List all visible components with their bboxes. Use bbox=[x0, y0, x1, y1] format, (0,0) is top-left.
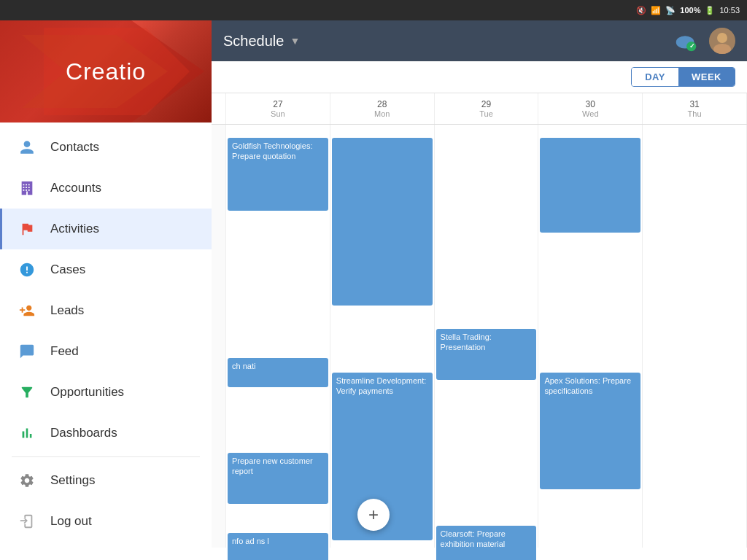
calendar: 27 Sun 28 Mon 29 Tue 30 Wed 31 Thu bbox=[212, 93, 747, 560]
feed-label: Feed bbox=[50, 344, 79, 359]
chevron-down-icon: ▼ bbox=[290, 35, 300, 47]
signal-icon: 📡 bbox=[665, 6, 676, 15]
logo: Creatio bbox=[66, 58, 146, 85]
person-icon bbox=[17, 137, 37, 158]
wifi-icon: 📶 bbox=[651, 6, 661, 15]
day-header-1: 28 Mon bbox=[330, 93, 435, 124]
settings-label: Settings bbox=[50, 473, 95, 488]
nav-items: Contacts Accounts Activities bbox=[0, 122, 212, 560]
sidebar: Creatio Contacts Accounts bbox=[0, 20, 212, 560]
sidebar-item-activities[interactable]: Activities bbox=[0, 209, 212, 249]
calendar-event[interactable]: Clearsoft: Prepare exhibition material bbox=[436, 526, 537, 560]
contacts-label: Contacts bbox=[50, 140, 99, 155]
gear-icon bbox=[17, 470, 37, 491]
week-view-button[interactable]: WEEK bbox=[678, 68, 735, 86]
add-button[interactable]: + bbox=[357, 499, 390, 531]
activities-label: Activities bbox=[50, 222, 99, 236]
avatar[interactable] bbox=[709, 28, 735, 54]
schedule-label: Schedule bbox=[223, 33, 284, 50]
day-num-1: 28 bbox=[330, 99, 434, 109]
calendar-event[interactable]: Goldfish Technologies: Prepare quotation bbox=[228, 138, 328, 211]
dashboards-label: Dashboards bbox=[50, 426, 117, 440]
sidebar-item-logout[interactable]: Log out bbox=[0, 501, 212, 542]
day-name-4: Thu bbox=[643, 109, 746, 118]
day-name-1: Mon bbox=[330, 109, 434, 118]
clock: 10:53 bbox=[719, 6, 740, 15]
battery-level: 100% bbox=[680, 6, 700, 15]
day-header-4: 31 Thu bbox=[643, 93, 747, 124]
chat-icon bbox=[17, 341, 37, 362]
day-header-3: 30 Wed bbox=[538, 93, 643, 124]
sidebar-item-accounts[interactable]: Accounts bbox=[0, 168, 212, 209]
day-col-2: Stella Trading: PresentationClearsoft: P… bbox=[435, 125, 539, 548]
schedule-title[interactable]: Schedule ▼ bbox=[223, 33, 300, 50]
person-add-icon bbox=[17, 300, 37, 321]
calendar-event[interactable] bbox=[332, 138, 433, 306]
sidebar-item-dashboards[interactable]: Dashboards bbox=[0, 413, 212, 454]
logout-icon bbox=[17, 511, 37, 532]
building-icon bbox=[17, 178, 37, 198]
exclamation-icon bbox=[17, 260, 37, 280]
day-name-3: Wed bbox=[538, 109, 642, 118]
cloud-sync-icon[interactable]: ✓ bbox=[673, 27, 700, 55]
chart-icon bbox=[17, 423, 37, 443]
logout-label: Log out bbox=[50, 514, 92, 529]
calendar-event[interactable] bbox=[540, 138, 640, 233]
funnel-icon bbox=[17, 382, 37, 402]
gutter-header bbox=[212, 93, 226, 124]
status-bar: 🔇 📶 📡 100% 🔋 10:53 bbox=[0, 0, 747, 20]
sidebar-item-settings[interactable]: Settings bbox=[0, 460, 212, 501]
main-content: Schedule ▼ ✓ bbox=[212, 20, 747, 560]
day-num-3: 30 bbox=[538, 99, 642, 109]
day-view-button[interactable]: DAY bbox=[632, 68, 678, 86]
cases-label: Cases bbox=[50, 262, 85, 277]
day-col-4: Customer search bbox=[643, 125, 747, 548]
flag-icon bbox=[17, 219, 37, 239]
leads-label: Leads bbox=[50, 303, 84, 318]
day-col-1: Streamline Development: Verify payments bbox=[330, 125, 435, 548]
svg-point-7 bbox=[717, 33, 727, 43]
svg-text:✓: ✓ bbox=[689, 42, 695, 50]
day-num-0: 27 bbox=[226, 99, 330, 109]
calendar-event[interactable]: Apex Solutions: Prepare specifications bbox=[540, 373, 640, 489]
day-header-2: 29 Tue bbox=[435, 93, 539, 124]
sidebar-item-opportunities[interactable]: Opportunities bbox=[0, 372, 212, 413]
divider bbox=[12, 456, 200, 457]
calendar-event[interactable]: Prepare new customer report bbox=[228, 453, 328, 504]
sidebar-item-leads[interactable]: Leads bbox=[0, 290, 212, 331]
mute-icon: 🔇 bbox=[636, 6, 646, 15]
calendar-body: Goldfish Technologies: Prepare quotation… bbox=[212, 125, 747, 548]
sidebar-item-feed[interactable]: Feed bbox=[0, 331, 212, 372]
sidebar-item-contacts[interactable]: Contacts bbox=[0, 127, 212, 168]
view-toolbar: DAY WEEK bbox=[212, 61, 747, 93]
time-gutter bbox=[212, 125, 226, 548]
sidebar-header: Creatio bbox=[0, 20, 212, 122]
top-bar: Schedule ▼ ✓ bbox=[212, 20, 747, 61]
day-num-4: 31 bbox=[643, 99, 746, 109]
day-name-0: Sun bbox=[226, 109, 330, 118]
day-col-0: Goldfish Technologies: Prepare quotation… bbox=[226, 125, 330, 548]
day-col-3: Apex Solutions: Prepare specifications bbox=[538, 125, 643, 548]
calendar-event[interactable]: Stella Trading: Presentation bbox=[436, 329, 537, 380]
day-num-2: 29 bbox=[435, 99, 538, 109]
calendar-headers: 27 Sun 28 Mon 29 Tue 30 Wed 31 Thu bbox=[212, 93, 747, 125]
sidebar-item-cases[interactable]: Cases bbox=[0, 249, 212, 290]
calendar-event[interactable]: nfo ad ns l bbox=[228, 533, 328, 560]
calendar-event[interactable]: ch nati bbox=[228, 358, 328, 387]
top-bar-actions: ✓ bbox=[673, 27, 735, 55]
opportunities-label: Opportunities bbox=[50, 385, 124, 400]
day-header-0: 27 Sun bbox=[226, 93, 330, 124]
battery-icon: 🔋 bbox=[705, 6, 715, 15]
day-name-2: Tue bbox=[435, 109, 538, 118]
accounts-label: Accounts bbox=[50, 181, 101, 195]
view-toggle-group: DAY WEEK bbox=[631, 67, 735, 87]
